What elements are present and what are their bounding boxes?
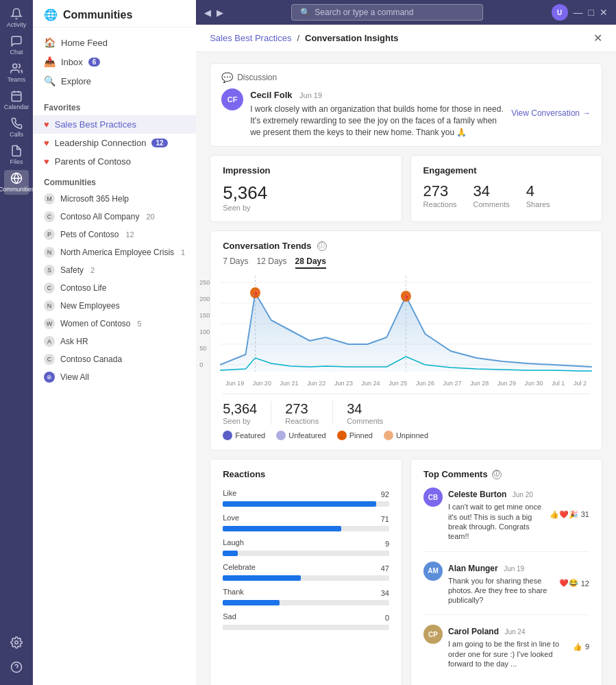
view-conversation-button[interactable]: View Conversation → xyxy=(511,108,591,118)
sidebar-item-microsoft365[interactable]: M Microsoft 365 Help xyxy=(33,190,196,208)
heart-icon: ♥ xyxy=(44,119,49,130)
close-button[interactable]: ✕ xyxy=(600,7,608,18)
comment-reactions-3: 👍9 xyxy=(573,625,589,669)
nav-icon-files[interactable]: Files xyxy=(4,143,29,167)
panel-body: 💬 Discussion CF Cecil Folk Jun 19 I work… xyxy=(196,52,616,685)
post-text: I work closely with an organization that… xyxy=(250,104,504,138)
sidebar-item-view-all[interactable]: ⊕ View All xyxy=(33,368,196,386)
explore-icon: 🔍 xyxy=(44,75,56,86)
reaction-thank: Thank 34 xyxy=(223,588,389,605)
legend-unfeatured: Unfeatured xyxy=(276,431,325,440)
search-bar[interactable]: 🔍 Search or type a command xyxy=(291,4,483,21)
sidebar-item-contoso-all-company[interactable]: C Contoso All Company 20 xyxy=(33,208,196,226)
svg-point-6 xyxy=(15,641,19,645)
nav-icon-activity[interactable]: Activity xyxy=(4,5,29,30)
comment-avatar-1: CB xyxy=(423,488,443,507)
svg-rect-1 xyxy=(12,92,21,101)
panel-header: Sales Best Practices / Conversation Insi… xyxy=(196,25,616,52)
communities-icon: 🌐 xyxy=(44,8,58,21)
engagement-card: Engagement 273 Reactions 34 Comments 4 S xyxy=(410,155,602,222)
sidebar-item-ask-hr[interactable]: A Ask HR xyxy=(33,333,196,350)
trend-chart-svg: 📌 📌 xyxy=(220,276,592,378)
trend-summary: 5,364 Seen by 273 Reactions 34 Comments xyxy=(223,394,589,425)
nav-icon-chat[interactable]: Chat xyxy=(4,33,29,58)
chart-area-fill xyxy=(220,293,592,372)
sidebar-item-new-employees[interactable]: N New Employees xyxy=(33,297,196,315)
impression-card: Impression 5,364 Seen by xyxy=(210,155,402,222)
sidebar-item-inbox[interactable]: 📥 Inbox 6 xyxy=(33,52,196,71)
ts-reactions: 273 Reactions xyxy=(285,401,333,425)
post-author: Cecil Folk xyxy=(250,90,292,100)
nav-icon-communities[interactable]: Communities xyxy=(4,170,29,195)
sidebar-item-home-feed[interactable]: 🏠 Home Feed xyxy=(33,33,196,52)
sidebar-item-parents-of-contoso[interactable]: ♥ Parents of Contoso xyxy=(33,152,196,171)
chart-legend: Featured Unfeatured Pinned Unpinned xyxy=(223,431,589,440)
top-comments-title: Top Comments ⓘ xyxy=(423,469,589,479)
comment-avatar-3: CP xyxy=(423,625,443,644)
back-button[interactable]: ◀ xyxy=(204,8,211,18)
comments-stat: 34 Comments xyxy=(473,182,510,208)
nav-icon-settings[interactable] xyxy=(4,630,29,655)
engagement-stats: 273 Reactions 34 Comments 4 Shares xyxy=(423,182,589,208)
sidebar-item-pets-of-contoso[interactable]: P Pets of Contoso 12 xyxy=(33,226,196,243)
minimize-button[interactable]: — xyxy=(574,7,583,18)
view-all-icon: ⊕ xyxy=(44,372,55,383)
legend-unpinned: Unpinned xyxy=(384,431,428,440)
heart-icon-3: ♥ xyxy=(44,156,49,167)
sidebar-menu: 🏠 Home Feed 📥 Inbox 6 🔍 Explore xyxy=(33,27,196,96)
inbox-icon: 📥 xyxy=(44,56,56,67)
user-avatar[interactable]: U xyxy=(552,4,568,21)
nav-icon-teams[interactable]: Teams xyxy=(4,60,29,85)
trend-card: Conversation Trends ⓘ 7 Days 12 Days 28 … xyxy=(210,230,602,450)
panel-close-button[interactable]: ✕ xyxy=(593,32,602,45)
heart-icon-2: ♥ xyxy=(44,138,49,148)
sidebar-title: Communities xyxy=(63,9,132,21)
post-date: Jun 19 xyxy=(299,91,322,99)
community-icon: M xyxy=(44,193,55,204)
panel: Sales Best Practices / Conversation Insi… xyxy=(196,25,616,685)
comment-item-3: CP Carol Poland Jun 24 I am going to be … xyxy=(423,625,589,678)
forward-button[interactable]: ▶ xyxy=(217,8,223,18)
comment-body-3: Carol Poland Jun 24 I am going to be the… xyxy=(448,625,567,669)
comment-reactions-1: 👍❤️🎉31 xyxy=(550,488,589,541)
maximize-button[interactable]: □ xyxy=(589,7,594,18)
comment-item-1: CB Celeste Burton Jun 20 I can't wait to… xyxy=(423,488,589,551)
post-info: Cecil Folk Jun 19 I work closely with an… xyxy=(250,88,504,138)
shares-stat: 4 Shares xyxy=(526,182,550,208)
tab-12-days[interactable]: 12 Days xyxy=(257,256,287,269)
nav-icon-calls[interactable]: Calls xyxy=(4,115,29,140)
top-bar: ◀ ▶ 🔍 Search or type a command U — □ ✕ xyxy=(196,0,616,25)
trend-info-icon[interactable]: ⓘ xyxy=(317,241,327,251)
sidebar-item-women-of-contoso[interactable]: W Women of Contoso 5 xyxy=(33,315,196,333)
comment-reactions-2: ❤️😂12 xyxy=(559,562,589,605)
chart-area: 📌 📌 250200150100500 xyxy=(220,276,592,378)
stats-row: Impression 5,364 Seen by Engagement 273 … xyxy=(210,155,602,222)
top-icons: U — □ ✕ xyxy=(552,4,608,21)
sidebar-item-safety[interactable]: S Safety 2 xyxy=(33,261,196,279)
sidebar-item-leadership-connection[interactable]: ♥ Leadership Connection 12 xyxy=(33,134,196,152)
comments-info-icon[interactable]: ⓘ xyxy=(492,470,502,479)
community-icon: A xyxy=(44,336,55,347)
trend-title: Conversation Trends xyxy=(223,241,311,251)
nav-icon-help[interactable] xyxy=(4,655,29,680)
breadcrumb: Sales Best Practices / Conversation Insi… xyxy=(210,33,398,43)
sidebar-item-contoso-life[interactable]: C Contoso Life xyxy=(33,279,196,297)
top-comments-card: Top Comments ⓘ CB Celeste Burton Jun 20 … xyxy=(410,459,602,685)
sidebar-item-na-employee-crisis[interactable]: N North America Employee Crisis 1 xyxy=(33,243,196,261)
sidebar-item-sales-best-practices[interactable]: ♥ Sales Best Practices xyxy=(33,115,196,134)
community-icon: C xyxy=(44,283,55,293)
community-icon: W xyxy=(44,318,55,329)
impression-label: Impression xyxy=(223,165,389,176)
bottom-row: Reactions Like 92 Love 71 xyxy=(210,459,602,685)
community-icon: N xyxy=(44,300,55,311)
discussion-icon: 💬 xyxy=(221,72,233,83)
nav-icon-calendar[interactable]: Calendar xyxy=(4,88,29,112)
sidebar-item-contoso-canada[interactable]: C Contoso Canada xyxy=(33,350,196,368)
community-icon: N xyxy=(44,247,55,258)
sidebar-item-explore[interactable]: 🔍 Explore xyxy=(33,71,196,91)
reaction-celebrate: Celebrate 47 xyxy=(223,563,389,581)
tab-7-days[interactable]: 7 Days xyxy=(223,256,248,269)
tab-28-days[interactable]: 28 Days xyxy=(295,256,326,269)
reaction-love: Love 71 xyxy=(223,514,389,531)
ts-comments: 34 Comments xyxy=(347,401,397,425)
